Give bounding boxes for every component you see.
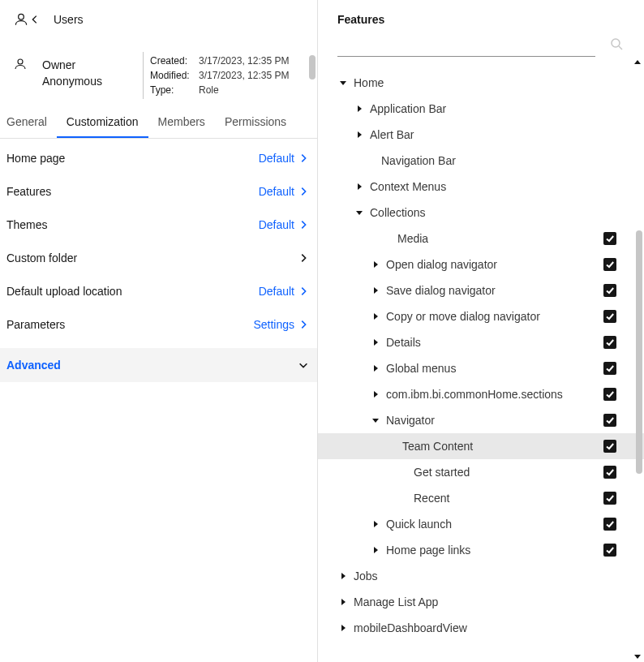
tree-team-content[interactable]: Team Content (318, 433, 644, 459)
row-features[interactable]: Features Default (0, 175, 317, 208)
user-icon (13, 11, 29, 28)
meta-type-label: Type: (150, 83, 195, 97)
caret-right-icon[interactable] (337, 572, 349, 580)
caret-right-icon[interactable] (370, 364, 381, 372)
tree-application-bar[interactable]: Application Bar (337, 96, 616, 122)
features-title: Features (337, 13, 629, 26)
caret-down-icon[interactable] (354, 208, 365, 217)
scrollbar-thumb[interactable] (636, 230, 642, 474)
scrollbar-thumb[interactable] (309, 55, 316, 80)
row-value: Default (259, 185, 294, 198)
caret-right-icon[interactable] (370, 312, 381, 320)
back-icon[interactable] (29, 14, 41, 25)
owner-name: Anonymous (42, 73, 102, 89)
caret-right-icon[interactable] (370, 338, 381, 346)
tree-manage-list-app[interactable]: Manage List App (337, 589, 616, 615)
tree-jobs[interactable]: Jobs (337, 563, 616, 589)
checkbox-icon[interactable] (603, 232, 616, 245)
meta-created-value: 3/17/2023, 12:35 PM (195, 54, 289, 68)
checkbox-icon[interactable] (603, 518, 616, 531)
meta-type-value: Role (195, 83, 219, 97)
caret-right-icon[interactable] (337, 598, 349, 606)
tree-context-menus[interactable]: Context Menus (337, 174, 616, 200)
checkbox-icon[interactable] (603, 466, 616, 479)
chevron-right-icon (298, 252, 309, 264)
tree-media[interactable]: Media (337, 226, 616, 251)
caret-right-icon[interactable] (337, 624, 349, 632)
meta-modified-value: 3/17/2023, 12:35 PM (195, 68, 289, 83)
row-label: Home page (6, 152, 65, 165)
tree-copy-move[interactable]: Copy or move dialog navigator (337, 303, 616, 329)
tab-members[interactable]: Members (148, 107, 215, 138)
caret-right-icon[interactable] (354, 105, 365, 113)
checkbox-icon[interactable] (603, 336, 616, 349)
row-value: Settings (253, 318, 294, 331)
checkbox-icon[interactable] (603, 414, 616, 427)
checkbox-icon[interactable] (603, 310, 616, 323)
owner-role-label: Owner (42, 57, 102, 73)
caret-right-icon[interactable] (370, 546, 381, 554)
caret-right-icon[interactable] (370, 286, 381, 294)
row-parameters[interactable]: Parameters Settings (0, 308, 317, 342)
search-icon[interactable] (610, 37, 623, 53)
chevron-down-icon (298, 359, 309, 371)
row-advanced[interactable]: Advanced (0, 348, 317, 382)
row-themes[interactable]: Themes Default (0, 208, 317, 242)
tree-collections[interactable]: Collections (337, 200, 616, 226)
row-value: Default (259, 218, 294, 231)
meta-modified-label: Modified: (150, 68, 195, 83)
checkbox-icon[interactable] (603, 544, 616, 557)
row-home-page[interactable]: Home page Default (0, 142, 317, 175)
chevron-right-icon (298, 319, 309, 330)
checkbox-icon[interactable] (603, 492, 616, 505)
tree-global-menus[interactable]: Global menus (337, 355, 616, 381)
row-label: Default upload location (6, 285, 122, 298)
caret-down-icon[interactable] (370, 416, 381, 424)
caret-right-icon[interactable] (370, 260, 381, 269)
row-label: Custom folder (6, 251, 77, 264)
tree-alert-bar[interactable]: Alert Bar (337, 122, 616, 148)
owner-user-icon (13, 57, 28, 71)
checkbox-icon[interactable] (603, 388, 616, 401)
scroll-up-icon[interactable] (633, 58, 642, 67)
row-custom-folder[interactable]: Custom folder (0, 242, 317, 275)
caret-right-icon[interactable] (354, 183, 365, 191)
tree-recent[interactable]: Recent (337, 485, 616, 511)
row-default-upload[interactable]: Default upload location Default (0, 275, 317, 308)
caret-right-icon[interactable] (370, 520, 381, 528)
features-panel: Features Home Application Bar Alert Bar (318, 0, 644, 662)
checkbox-icon[interactable] (603, 362, 616, 375)
tree-common-home-sections[interactable]: com.ibm.bi.commonHome.sections (337, 381, 616, 407)
tree-scrollbar[interactable] (631, 57, 644, 662)
scroll-down-icon[interactable] (633, 652, 642, 660)
tree-save-dialog[interactable]: Save dialog navigator (337, 277, 616, 303)
tree-open-dialog[interactable]: Open dialog navigator (337, 251, 616, 277)
tab-permissions[interactable]: Permissions (215, 107, 296, 138)
meta-created-label: Created: (150, 54, 195, 68)
caret-right-icon[interactable] (370, 390, 381, 398)
chevron-right-icon (298, 286, 309, 297)
tree-navigator[interactable]: Navigator (337, 407, 616, 433)
features-tree: Home Application Bar Alert Bar Navigatio… (318, 57, 644, 647)
tree-home-page-links[interactable]: Home page links (337, 537, 616, 563)
tree-home[interactable]: Home (337, 70, 616, 96)
checkbox-icon[interactable] (603, 440, 616, 453)
checkbox-icon[interactable] (603, 284, 616, 297)
row-value: Default (259, 285, 294, 298)
chevron-right-icon (298, 186, 309, 197)
chevron-right-icon (298, 153, 309, 164)
tree-mobile-dashboard-view[interactable]: mobileDashboardView (337, 615, 616, 641)
tree-get-started[interactable]: Get started (337, 459, 616, 485)
checkbox-icon[interactable] (603, 258, 616, 271)
caret-right-icon[interactable] (354, 131, 365, 139)
tab-general[interactable]: General (6, 107, 57, 138)
breadcrumb: Users (0, 0, 317, 32)
tab-customization[interactable]: Customization (57, 107, 148, 138)
row-label: Parameters (6, 318, 65, 331)
caret-down-icon[interactable] (337, 79, 349, 87)
tree-quick-launch[interactable]: Quick launch (337, 511, 616, 537)
breadcrumb-title: Users (54, 13, 84, 26)
tree-details[interactable]: Details (337, 329, 616, 355)
tree-navigation-bar[interactable]: Navigation Bar (337, 148, 616, 174)
row-label: Features (6, 185, 51, 198)
